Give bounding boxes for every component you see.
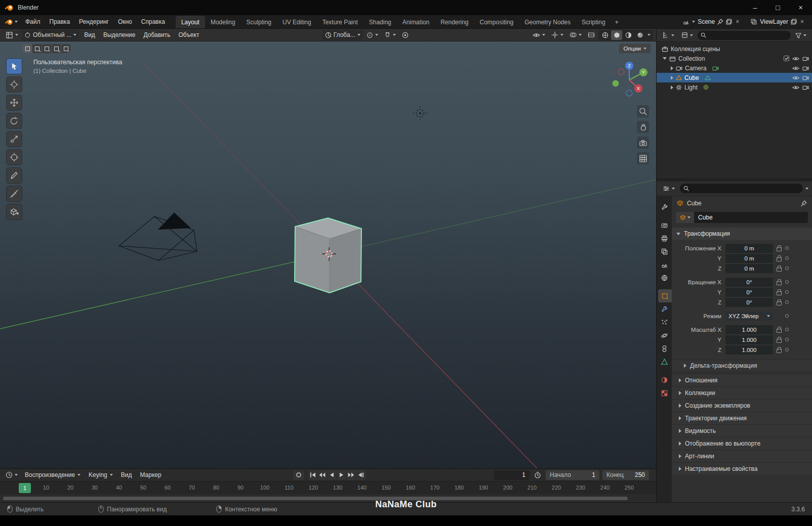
tool-transform[interactable]: [7, 150, 22, 165]
tool-annotate[interactable]: [7, 168, 22, 183]
marker-menu[interactable]: Маркер: [136, 470, 165, 480]
render-visibility-icon[interactable]: [802, 66, 809, 71]
viewport-menu-item[interactable]: Выделение: [99, 30, 140, 40]
location-z-field[interactable]: 0 m: [725, 264, 773, 273]
lock-icon[interactable]: [777, 281, 782, 285]
tab-physics-properties[interactable]: [657, 329, 672, 342]
pin-icon[interactable]: [717, 19, 723, 25]
axis-y-ball[interactable]: Y: [642, 70, 645, 75]
tab-object-properties[interactable]: [658, 289, 672, 302]
editor-type-button[interactable]: [3, 30, 21, 40]
shading-material-button[interactable]: [623, 30, 634, 40]
menu-item[interactable]: Файл: [21, 15, 45, 28]
tool-box-select[interactable]: [7, 59, 22, 74]
properties-editor-type-button[interactable]: [660, 183, 677, 194]
tab-output-properties[interactable]: [657, 232, 672, 245]
menu-item[interactable]: Справка: [137, 15, 170, 28]
tab-world-properties[interactable]: [657, 271, 672, 284]
lock-icon[interactable]: [777, 247, 782, 251]
render-visibility-icon[interactable]: [802, 75, 809, 80]
properties-section-header[interactable]: Отношения: [672, 374, 812, 386]
lock-icon[interactable]: [777, 291, 782, 295]
properties-section-header[interactable]: Настраиваемые свойства: [672, 462, 812, 475]
tab-texture-properties[interactable]: [657, 386, 672, 400]
close-button[interactable]: ×: [789, 0, 812, 15]
play-reverse-button[interactable]: [328, 470, 337, 480]
tab-scripting[interactable]: Scripting: [576, 16, 611, 28]
menu-item[interactable]: Правка: [45, 15, 75, 28]
new-view-layer-icon[interactable]: [791, 19, 797, 25]
hide-eye-icon[interactable]: [792, 75, 799, 80]
tab-compositing[interactable]: Compositing: [474, 16, 519, 28]
tab-render-properties[interactable]: [657, 218, 672, 232]
xray-toggle[interactable]: [585, 30, 597, 40]
keying-menu[interactable]: Keying: [85, 470, 116, 480]
hide-eye-icon[interactable]: [792, 66, 799, 71]
properties-section-header[interactable]: Отображение во вьюпорте: [672, 437, 812, 450]
select-mode-intersect[interactable]: ∩: [61, 44, 70, 53]
animate-dot[interactable]: [785, 256, 789, 260]
expand-triangle[interactable]: [671, 76, 673, 80]
camera-view-button[interactable]: [637, 137, 649, 149]
tool-move[interactable]: [7, 95, 22, 110]
view-layer-selector[interactable]: ViewLayer ×: [747, 16, 807, 27]
object-name-field[interactable]: Cube: [694, 212, 808, 223]
blender-app-menu-button[interactable]: [0, 15, 21, 28]
tab-uv-editing[interactable]: UV Editing: [277, 16, 317, 28]
animate-dot[interactable]: [785, 246, 789, 250]
render-visibility-icon[interactable]: [802, 85, 809, 90]
select-mode-difference[interactable]: ×: [52, 44, 61, 53]
outliner-row-collection[interactable]: Collection: [657, 54, 812, 63]
tab-geometry-nodes[interactable]: Geometry Nodes: [519, 16, 576, 28]
id-type-button[interactable]: [676, 212, 694, 223]
location-y-field[interactable]: 0 m: [725, 254, 773, 263]
orthographic-toggle-button[interactable]: [637, 152, 649, 164]
scale-y-field[interactable]: 1.000: [725, 335, 773, 344]
proportional-edit-toggle[interactable]: [399, 30, 411, 40]
timeline-ruler[interactable]: 1020304050607080901001101201301401501601…: [0, 481, 656, 494]
breadcrumb-object-name[interactable]: Cube: [687, 200, 702, 207]
shading-solid-button[interactable]: [611, 30, 622, 40]
new-scene-icon[interactable]: [726, 19, 732, 25]
collection-checkbox[interactable]: [784, 56, 789, 61]
expand-triangle[interactable]: [671, 66, 673, 70]
menu-item[interactable]: Окно: [113, 15, 137, 28]
pivot-point-dropdown[interactable]: [364, 30, 381, 40]
view-menu[interactable]: Вид: [117, 470, 136, 480]
animate-dot[interactable]: [785, 348, 789, 352]
play-button[interactable]: [337, 470, 347, 480]
tab-layout[interactable]: Layout: [176, 16, 205, 28]
shading-rendered-button[interactable]: [634, 30, 645, 40]
scene-selector[interactable]: Scene ×: [679, 16, 742, 27]
viewport-menu-item[interactable]: Объект: [175, 30, 204, 40]
axis-x-negative-ball[interactable]: [618, 69, 624, 75]
rotation-x-field[interactable]: 0°: [725, 278, 773, 287]
overlays-toggle[interactable]: [567, 30, 584, 40]
jump-to-end-button[interactable]: [356, 470, 366, 480]
timeline-editor-type-button[interactable]: [3, 470, 20, 480]
rotation-z-field[interactable]: 0°: [725, 298, 773, 307]
lock-icon[interactable]: [777, 268, 782, 272]
snap-toggle[interactable]: [382, 30, 398, 40]
axis-z-ball[interactable]: Z: [628, 63, 631, 68]
navigation-gizmo[interactable]: Z Y X: [609, 60, 652, 102]
animate-dot[interactable]: [785, 314, 789, 318]
tab-particle-properties[interactable]: [657, 316, 672, 329]
lock-icon[interactable]: [777, 329, 782, 333]
tab-tool-properties[interactable]: [657, 200, 672, 213]
scale-z-field[interactable]: 1.000: [725, 345, 773, 355]
tab-shading[interactable]: Shading: [363, 16, 397, 28]
tab-texture-paint[interactable]: Texture Paint: [317, 16, 363, 28]
add-workspace-button[interactable]: +: [611, 16, 623, 28]
cube-object[interactable]: [295, 218, 361, 293]
tool-rotate[interactable]: [7, 113, 22, 128]
select-mode-extend[interactable]: +: [32, 44, 42, 53]
animate-dot[interactable]: [785, 328, 789, 331]
viewport-menu-item[interactable]: Вид: [80, 30, 99, 40]
timeline-scrollbar[interactable]: [0, 494, 656, 503]
tab-animation[interactable]: Animation: [397, 16, 435, 28]
jump-to-start-button[interactable]: [308, 470, 318, 480]
lock-icon[interactable]: [777, 339, 782, 343]
rotation-mode-dropdown[interactable]: XYZ Эйлер: [725, 312, 773, 321]
animate-dot[interactable]: [785, 290, 789, 294]
